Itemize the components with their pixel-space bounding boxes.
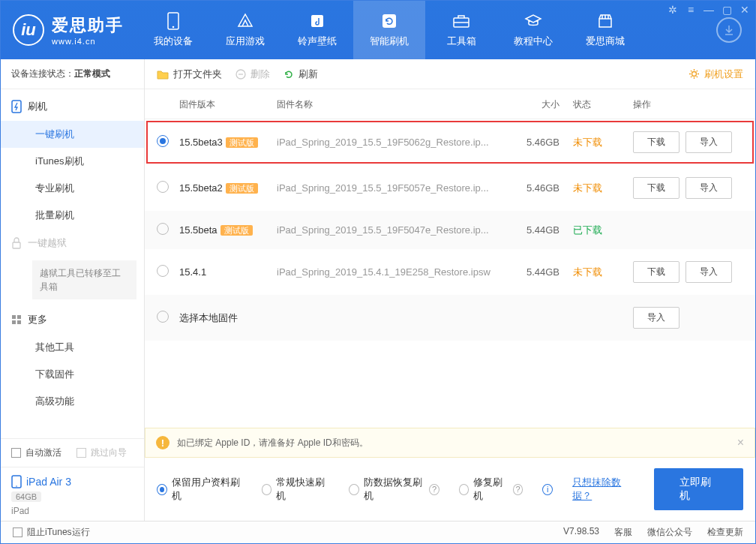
sidebar-item-pro-flash[interactable]: 专业刷机 <box>1 175 144 202</box>
row-radio[interactable] <box>157 223 169 235</box>
device-storage: 64GB <box>11 491 41 502</box>
firmware-version: 15.5beta2 <box>179 182 223 194</box>
svg-point-1 <box>172 26 175 29</box>
row-radio[interactable] <box>157 135 169 147</box>
import-button[interactable]: 导入 <box>686 261 732 283</box>
sidebar-item-oneclick-flash[interactable]: 一键刷机 <box>1 121 144 148</box>
close-icon[interactable]: ✕ <box>739 4 751 16</box>
opt-repair[interactable]: 修复刷机? <box>459 476 524 503</box>
version-label[interactable]: V7.98.53 <box>563 526 599 539</box>
firmware-size: 5.46GB <box>500 182 560 194</box>
table-row[interactable]: 15.5beta3测试版iPad_Spring_2019_15.5_19F506… <box>145 119 755 165</box>
refresh-icon <box>380 12 398 30</box>
folder-icon <box>157 69 169 80</box>
menu-icon[interactable]: ✲ <box>667 4 679 16</box>
wechat[interactable]: 微信公众号 <box>647 526 692 539</box>
download-button[interactable]: 下载 <box>633 177 680 199</box>
table-row[interactable]: 选择本地固件导入 <box>145 295 755 341</box>
nav-ringtones[interactable]: 铃声壁纸 <box>281 1 353 59</box>
row-radio[interactable] <box>157 181 169 193</box>
music-icon <box>308 12 326 30</box>
customer-service[interactable]: 客服 <box>614 526 632 539</box>
firmware-size: 5.44GB <box>500 266 560 278</box>
opt-keep-data[interactable]: 保留用户资料刷机 <box>157 476 242 503</box>
more-icon <box>11 314 22 325</box>
svg-rect-6 <box>13 242 20 248</box>
nav-tutorials[interactable]: 教程中心 <box>497 1 569 59</box>
titlebar: iu 爱思助手 www.i4.cn 我的设备 应用游戏 铃声壁纸 智能刷机 工具… <box>1 1 755 59</box>
warning-bar: ! 如已绑定 Apple ID，请准备好 Apple ID和密码。 × <box>145 428 755 458</box>
svg-rect-8 <box>17 315 21 319</box>
block-itunes-checkbox[interactable] <box>13 527 22 537</box>
sidebar-head-flash[interactable]: 刷机 <box>1 92 144 121</box>
maximize-icon[interactable]: ▢ <box>721 4 733 16</box>
table-row[interactable]: 15.4.1iPad_Spring_2019_15.4.1_19E258_Res… <box>145 249 755 295</box>
info-icon[interactable]: i <box>542 484 553 495</box>
gear-icon <box>688 68 700 80</box>
row-radio[interactable] <box>157 265 169 277</box>
flash-settings-button[interactable]: 刷机设置 <box>688 68 743 81</box>
brand-site: www.i4.cn <box>52 37 124 46</box>
table-row[interactable]: 15.5beta测试版iPad_Spring_2019_15.5_19F5047… <box>145 211 755 249</box>
warning-icon: ! <box>156 436 170 449</box>
logo-icon: iu <box>13 14 44 46</box>
phone-icon <box>164 12 182 30</box>
sidebar-item-batch-flash[interactable]: 批量刷机 <box>1 202 144 229</box>
nav-store[interactable]: 爱思商城 <box>569 1 641 59</box>
svg-rect-9 <box>12 320 16 324</box>
app-icon <box>236 12 254 30</box>
sidebar-item-itunes-flash[interactable]: iTunes刷机 <box>1 148 144 175</box>
sidebar-item-other-tools[interactable]: 其他工具 <box>1 334 144 361</box>
download-indicator[interactable] <box>716 17 742 43</box>
top-nav: 我的设备 应用游戏 铃声壁纸 智能刷机 工具箱 教程中心 爱思商城 <box>137 1 713 59</box>
download-button[interactable]: 下载 <box>633 131 680 153</box>
sidebar-head-more[interactable]: 更多 <box>1 305 144 334</box>
help-icon[interactable]: ? <box>513 484 524 495</box>
row-radio[interactable] <box>157 311 169 323</box>
open-folder-button[interactable]: 打开文件夹 <box>157 68 222 81</box>
opt-fast[interactable]: 常规快速刷机 <box>262 476 329 503</box>
nav-flash[interactable]: 智能刷机 <box>353 1 425 59</box>
auto-activate-checkbox[interactable] <box>11 448 21 458</box>
sidebar-item-advanced[interactable]: 高级功能 <box>1 388 144 415</box>
import-button[interactable]: 导入 <box>686 131 732 153</box>
store-icon <box>596 12 614 30</box>
warning-close[interactable]: × <box>737 436 744 449</box>
reload-icon <box>284 69 294 80</box>
svg-rect-5 <box>12 101 21 113</box>
delete-icon <box>236 69 246 80</box>
jailbreak-note: 越狱工具已转移至工具箱 <box>32 260 136 299</box>
nav-my-device[interactable]: 我的设备 <box>137 1 209 59</box>
list-icon[interactable]: ≡ <box>685 4 697 16</box>
svg-rect-7 <box>12 315 16 319</box>
nav-toolbox[interactable]: 工具箱 <box>425 1 497 59</box>
help-icon[interactable]: ? <box>429 484 440 495</box>
lock-icon <box>11 237 22 249</box>
download-button[interactable]: 下载 <box>633 261 680 283</box>
refresh-button[interactable]: 刷新 <box>284 68 318 81</box>
sidebar: 设备连接状态：正常模式 刷机 一键刷机 iTunes刷机 专业刷机 批量刷机 一… <box>1 59 145 521</box>
table-header: 固件版本 固件名称 大小 状态 操作 <box>145 89 755 119</box>
import-button[interactable]: 导入 <box>633 307 680 329</box>
check-update[interactable]: 检查更新 <box>707 526 743 539</box>
erase-link[interactable]: 只想抹除数据？ <box>572 476 634 503</box>
firmware-status: 已下载 <box>560 224 620 237</box>
beta-badge: 测试版 <box>226 183 258 194</box>
firmware-size: 5.46GB <box>500 137 560 148</box>
connection-status: 设备连接状态：正常模式 <box>1 59 144 89</box>
skip-guide-checkbox[interactable] <box>76 448 86 458</box>
firmware-status: 未下载 <box>560 266 620 279</box>
firmware-filename: iPad_Spring_2019_15.5_19F5062g_Restore.i… <box>277 137 500 148</box>
flash-now-button[interactable]: 立即刷机 <box>654 468 743 510</box>
svg-rect-10 <box>17 320 21 324</box>
import-button[interactable]: 导入 <box>686 177 732 199</box>
delete-button: 删除 <box>236 68 270 81</box>
firmware-table: 15.5beta3测试版iPad_Spring_2019_15.5_19F506… <box>145 119 755 341</box>
sidebar-item-download-fw[interactable]: 下载固件 <box>1 361 144 388</box>
nav-apps[interactable]: 应用游戏 <box>209 1 281 59</box>
minimize-icon[interactable]: — <box>703 4 715 16</box>
table-row[interactable]: 15.5beta2测试版iPad_Spring_2019_15.5_19F505… <box>145 165 755 211</box>
opt-recover[interactable]: 防数据恢复刷机? <box>349 476 440 503</box>
logo[interactable]: iu 爱思助手 www.i4.cn <box>1 1 137 59</box>
device-block[interactable]: iPad Air 3 64GB iPad <box>1 467 144 521</box>
